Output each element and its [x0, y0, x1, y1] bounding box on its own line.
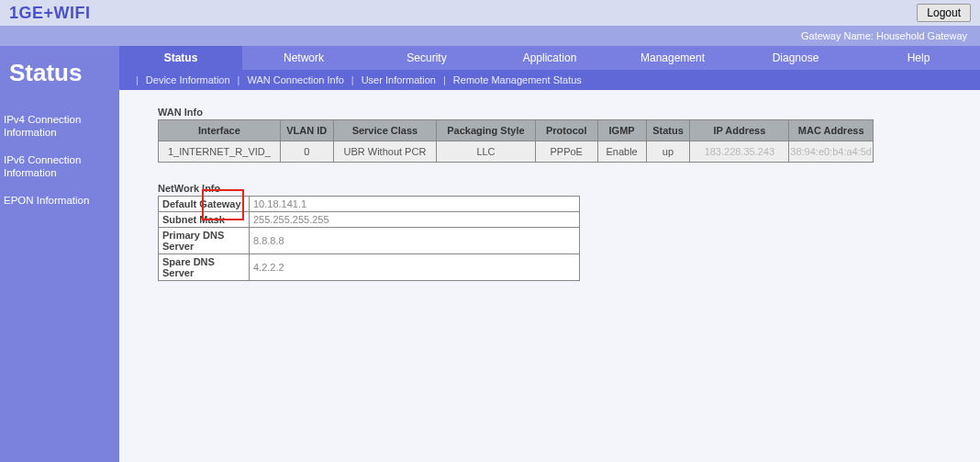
- tab-diagnose[interactable]: Diagnose: [734, 46, 857, 70]
- row-default-gateway-label: Default Gateway: [159, 197, 250, 212]
- main-area: Status Network Security Application Mana…: [119, 46, 980, 462]
- col-ip-address: IP Address: [690, 120, 789, 141]
- logout-button[interactable]: Logout: [917, 4, 971, 22]
- cell-status: up: [646, 141, 690, 163]
- row-spare-dns-label: Spare DNS Server: [159, 254, 250, 281]
- col-mac-address: MAC Address: [789, 120, 874, 141]
- col-interface: Interface: [159, 120, 281, 141]
- sidebar-title: Status: [0, 46, 119, 106]
- tab-application[interactable]: Application: [488, 46, 611, 70]
- cell-ip: 183.228.35.243: [690, 141, 789, 163]
- tab-management[interactable]: Management: [611, 46, 734, 70]
- cell-protocol: PPPoE: [535, 141, 597, 163]
- cell-vlan: 0: [280, 141, 333, 163]
- sidebar-item-ipv4[interactable]: IPv4 Connection Information: [0, 106, 119, 146]
- table-header-row: Interface VLAN ID Service Class Packagin…: [159, 120, 874, 141]
- col-status: Status: [646, 120, 690, 141]
- subtab-device-info[interactable]: Device Information: [146, 74, 230, 85]
- col-protocol: Protocol: [535, 120, 597, 141]
- sidebar-item-ipv6[interactable]: IPv6 Connection Information: [0, 146, 119, 186]
- table-row: 1_INTERNET_R_VID_ 0 UBR Without PCR LLC …: [159, 141, 874, 163]
- sidebar: Status IPv4 Connection Information IPv6 …: [0, 46, 119, 462]
- wan-info-table: Interface VLAN ID Service Class Packagin…: [158, 119, 874, 163]
- tab-security[interactable]: Security: [365, 46, 488, 70]
- primary-tabs: Status Network Security Application Mana…: [119, 46, 980, 70]
- cell-mac: 38:94:e0:b4:a4:5d: [789, 141, 874, 163]
- sidebar-item-epon[interactable]: EPON Information: [0, 186, 119, 214]
- cell-interface: 1_INTERNET_R_VID_: [159, 141, 281, 163]
- network-info-title: NetWork Info: [158, 183, 960, 194]
- brand-title: 1GE+WIFI: [9, 4, 91, 23]
- tab-status[interactable]: Status: [119, 46, 242, 70]
- network-info-table: Default Gateway 10.18.141.1 Subnet Mask …: [158, 196, 580, 281]
- cell-packaging: LLC: [437, 141, 536, 163]
- row-subnet-mask-value: 255.255.255.255: [250, 212, 580, 228]
- row-default-gateway-value: 10.18.141.1: [250, 197, 580, 212]
- subtab-user-info[interactable]: User Information: [362, 74, 436, 85]
- row-subnet-mask-label: Subnet Mask: [159, 212, 250, 228]
- subtab-wan-connection[interactable]: WAN Connection Info: [247, 74, 343, 85]
- row-primary-dns-label: Primary DNS Server: [159, 228, 250, 254]
- col-vlan-id: VLAN ID: [280, 120, 333, 141]
- col-igmp: IGMP: [597, 120, 646, 141]
- gateway-name-bar: Gateway Name: Household Gateway: [0, 26, 980, 46]
- top-bar: 1GE+WIFI Logout: [0, 0, 980, 26]
- cell-service: UBR Without PCR: [333, 141, 436, 163]
- content-panel: WAN Info Interface VLAN ID Service Class…: [119, 90, 980, 281]
- cell-igmp: Enable: [597, 141, 646, 163]
- secondary-tabs: | Device Information | WAN Connection In…: [119, 70, 980, 90]
- row-primary-dns-value: 8.8.8.8: [250, 228, 580, 254]
- wan-info-title: WAN Info: [158, 107, 960, 118]
- tab-network[interactable]: Network: [242, 46, 365, 70]
- row-spare-dns-value: 4.2.2.2: [250, 254, 580, 281]
- col-service-class: Service Class: [333, 120, 436, 141]
- col-packaging-style: Packaging Style: [437, 120, 536, 141]
- subtab-remote-mgmt[interactable]: Remote Management Status: [453, 74, 582, 85]
- tab-help[interactable]: Help: [857, 46, 980, 70]
